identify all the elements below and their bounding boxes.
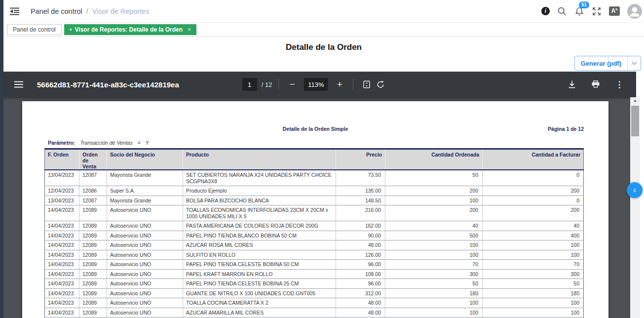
- tab-panel-de-control[interactable]: Panel de control: [7, 24, 62, 35]
- pdf-page: Detalle de la Orden Simple Página 1 de 1…: [22, 101, 608, 318]
- pdf-menu-button[interactable]: [12, 78, 25, 91]
- table-cell: 100: [483, 298, 584, 308]
- info-icon: i: [541, 7, 550, 15]
- pdf-viewport[interactable]: Detalle de la Orden Simple Página 1 de 1…: [3, 97, 630, 318]
- table-cell: GUANTE DE NITRILO X 100 UNIDADES COD.GNT…: [183, 288, 336, 298]
- table-row: 14/04/202312089Autoservicio UNOGUANTE DE…: [45, 288, 584, 298]
- table-cell: 12087: [79, 196, 107, 205]
- zoom-level: 113%: [304, 78, 328, 91]
- hamburger-icon: [14, 81, 23, 88]
- sidebar-toggle-button[interactable]: [9, 6, 21, 17]
- pdf-toolbar-center: 1 / 12 − 113% +: [242, 78, 388, 91]
- toolbar-divider: [278, 79, 279, 90]
- table-cell: 100: [385, 308, 483, 318]
- print-button[interactable]: [589, 78, 603, 91]
- translate-icon: Ax: [609, 6, 620, 16]
- table-cell: Autoservicio UNO: [107, 269, 183, 279]
- parameter-value: Y: [146, 140, 149, 146]
- column-header: Socio del Negocio: [107, 149, 183, 170]
- table-cell: 50: [385, 279, 483, 289]
- table-cell: TOALLA COCINA CAMERATTA X 2: [183, 298, 336, 308]
- table-cell: 70: [483, 260, 584, 270]
- table-cell: 14/04/2023: [45, 205, 79, 221]
- table-cell: 148.50: [336, 196, 385, 205]
- table-cell: 12089: [79, 279, 107, 289]
- table-row: 13/04/202312087Mayorista GrandeSET CUBIE…: [45, 170, 584, 186]
- table-cell: 48.00: [336, 298, 385, 308]
- tab-close-icon[interactable]: ×: [188, 26, 191, 33]
- search-button[interactable]: [557, 6, 567, 16]
- notifications-button[interactable]: 51: [574, 6, 584, 16]
- notification-count-badge: 51: [579, 1, 589, 8]
- table-row: 14/04/202312089Autoservicio UNOAZUCAR AM…: [45, 308, 584, 318]
- avatar[interactable]: [627, 4, 642, 19]
- table-cell: 12087: [79, 170, 107, 186]
- column-header: Precio: [336, 149, 385, 170]
- table-cell: Autoservicio UNO: [107, 260, 183, 270]
- zoom-in-button[interactable]: +: [333, 78, 346, 91]
- tab-visor-de-reportes[interactable]: ● Visor de Reportes: Detalle de la Orden…: [64, 24, 196, 35]
- table-cell: 12089: [79, 231, 107, 240]
- sidebar-toggle-icon: [10, 7, 20, 15]
- table-row: 14/04/202312089Autoservicio UNOPAPEL KRA…: [45, 269, 584, 279]
- parameter-name: Transacción de Ventas: [80, 140, 132, 146]
- table-row: 14/04/202312089Autoservicio UNOSULFITO E…: [45, 250, 584, 260]
- table-cell: 100: [483, 308, 584, 318]
- table-row: 14/04/202312089Autoservicio UNOAZUCAR RO…: [45, 240, 584, 250]
- table-cell: 12089: [79, 205, 107, 221]
- table-cell: Mayorista Grande: [107, 170, 183, 186]
- table-cell: 90.00: [336, 231, 385, 240]
- report-table-container: F. Orden Orden de Venta Socio del Negoci…: [44, 148, 583, 318]
- collapsed-sidebar[interactable]: [0, 0, 3, 318]
- table-cell: 14/04/2023: [45, 279, 79, 289]
- table-cell: 96.00: [336, 279, 385, 289]
- table-cell: Autoservicio UNO: [107, 288, 183, 298]
- download-icon: [567, 80, 577, 89]
- table-cell: SULFITO EN ROLLO: [183, 250, 336, 260]
- table-cell: 14/04/2023: [45, 250, 79, 260]
- breadcrumb-root[interactable]: Panel de control: [31, 7, 82, 15]
- chevron-down-icon[interactable]: [628, 62, 641, 65]
- table-cell: 300: [385, 269, 483, 279]
- toolbar-divider: [353, 79, 353, 90]
- search-icon: [557, 6, 567, 16]
- table-cell: 12089: [79, 260, 107, 270]
- scrollbar-thumb[interactable]: [631, 106, 639, 136]
- rotate-button[interactable]: [374, 78, 387, 91]
- table-cell: SET CUBIERTOS NARANJA X24 UNIDADES PARTY…: [183, 170, 336, 186]
- table-cell: 135.00: [336, 186, 385, 196]
- scroll-up-icon[interactable]: ▲: [630, 98, 640, 103]
- info-button[interactable]: i: [541, 7, 550, 15]
- table-cell: TOALLAS ECONOMICAS INTERFOLIADAS 23CM X …: [183, 205, 336, 221]
- table-cell: 96.00: [336, 260, 385, 270]
- table-cell: AZUCAR AMARILLA MIL CORES: [183, 308, 336, 318]
- fullscreen-button[interactable]: [592, 6, 602, 16]
- translate-button[interactable]: Ax: [609, 6, 620, 16]
- table-cell: 312.00: [336, 288, 385, 298]
- table-cell: 48.00: [336, 240, 385, 250]
- fit-page-button[interactable]: [360, 78, 374, 91]
- table-cell: Autoservicio UNO: [107, 250, 183, 260]
- table-cell: AZUCAR ROSA MIL CORES: [183, 240, 336, 250]
- breadcrumb-current: Visor de Reportes: [92, 7, 150, 15]
- table-cell: 200: [483, 186, 584, 196]
- table-cell: Autoservicio UNO: [107, 231, 183, 240]
- table-cell: 14/04/2023: [45, 231, 79, 240]
- download-button[interactable]: [565, 78, 579, 91]
- collapse-panel-button[interactable]: ‹: [627, 182, 643, 198]
- table-cell: 126.00: [336, 250, 385, 260]
- table-cell: 180: [385, 288, 483, 298]
- column-header: Producto: [183, 149, 336, 170]
- more-options-button[interactable]: ⋮: [612, 78, 626, 91]
- breadcrumb-separator: /: [86, 7, 88, 15]
- printer-icon: [591, 80, 601, 89]
- table-cell: 200: [483, 205, 584, 221]
- table-cell: Producto Ejemplo: [183, 186, 336, 196]
- table-cell: 40: [385, 221, 483, 231]
- zoom-out-button[interactable]: −: [285, 78, 299, 91]
- pdf-scrollbar[interactable]: ▲: [630, 97, 640, 318]
- generate-pdf-button[interactable]: Generar (pdf): [574, 56, 641, 71]
- fit-page-icon: [362, 80, 371, 89]
- table-cell: Autoservicio UNO: [107, 279, 183, 289]
- page-number-input[interactable]: 1: [242, 78, 257, 91]
